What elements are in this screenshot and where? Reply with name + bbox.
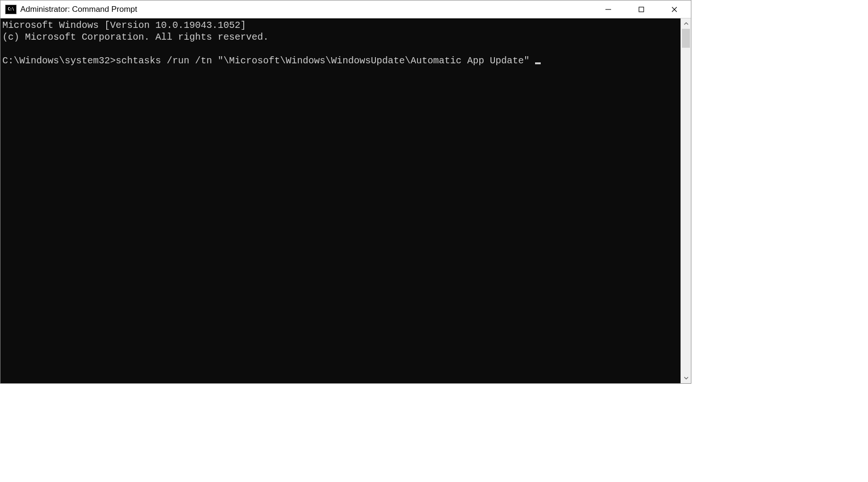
close-button[interactable] [658, 0, 691, 18]
scroll-down-button[interactable] [681, 373, 691, 383]
app-icon-label: C:\ [8, 7, 14, 11]
scroll-thumb[interactable] [682, 29, 690, 48]
prompt-text: C:\Windows\system32> [2, 55, 116, 66]
minimize-icon [605, 6, 612, 13]
maximize-icon [638, 6, 645, 13]
version-line: Microsoft Windows [Version 10.0.19043.10… [2, 20, 246, 31]
vertical-scrollbar[interactable] [681, 18, 691, 383]
window-title: Administrator: Command Prompt [20, 5, 592, 14]
minimize-button[interactable] [592, 0, 625, 18]
chevron-up-icon [684, 21, 689, 26]
svg-rect-1 [639, 7, 644, 12]
app-icon: C:\ [5, 5, 17, 14]
cursor-icon [535, 62, 541, 64]
close-icon [671, 6, 678, 13]
terminal-area: Microsoft Windows [Version 10.0.19043.10… [0, 18, 691, 383]
window-controls [592, 0, 691, 18]
scroll-up-button[interactable] [681, 18, 691, 29]
scroll-track[interactable] [681, 29, 691, 373]
terminal-output[interactable]: Microsoft Windows [Version 10.0.19043.10… [0, 18, 681, 383]
copyright-line: (c) Microsoft Corporation. All rights re… [2, 32, 269, 43]
chevron-down-icon [684, 376, 689, 380]
maximize-button[interactable] [625, 0, 658, 18]
titlebar[interactable]: C:\ Administrator: Command Prompt [0, 0, 691, 18]
command-input[interactable]: schtasks /run /tn "\Microsoft\Windows\Wi… [116, 55, 535, 66]
